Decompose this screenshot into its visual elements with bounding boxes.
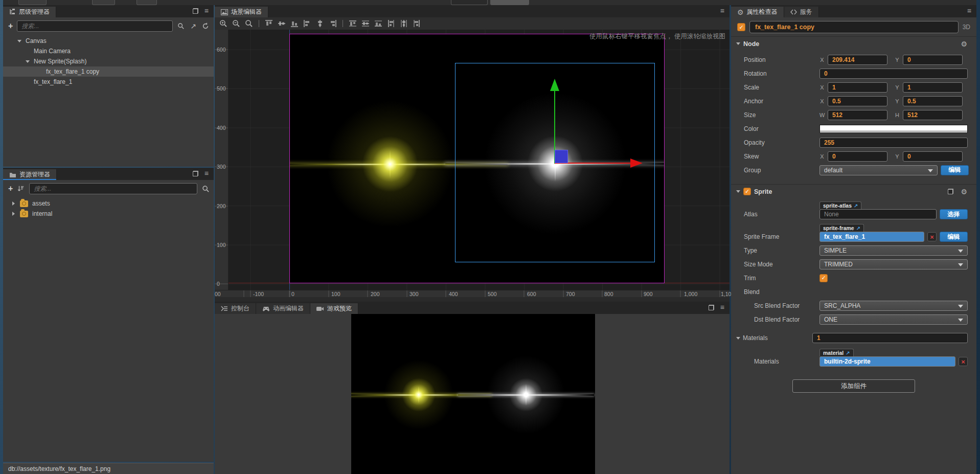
asset-folder-internal[interactable]: internal	[3, 209, 214, 219]
popout-icon[interactable]	[709, 305, 714, 310]
search-icon[interactable]	[177, 22, 185, 30]
zoom-reset-icon[interactable]	[244, 19, 254, 28]
align-center-icon[interactable]	[315, 19, 325, 28]
collapse-arrow-icon[interactable]	[736, 337, 740, 340]
toolbar-button-stub[interactable]	[136, 0, 157, 5]
size-mode-dropdown[interactable]: TRIMMED	[819, 259, 968, 269]
expand-arrow-icon[interactable]	[17, 40, 21, 42]
expand-arrow-icon[interactable]	[12, 201, 15, 206]
tree-node-main-camera[interactable]: Main Camera	[3, 46, 214, 56]
panel-menu-icon[interactable]: ≡	[720, 304, 724, 311]
position-x-input[interactable]	[828, 55, 887, 65]
scene-viewport[interactable]: 使用鼠标右键平移视窗焦点， 使用滚轮缩放视图	[215, 30, 730, 290]
trim-checkbox[interactable]: ✓	[819, 274, 828, 282]
tab-animation-editor[interactable]: 动画编辑器	[256, 303, 310, 314]
anchor-x-input[interactable]	[828, 96, 887, 106]
src-blend-dropdown[interactable]: SRC_ALPHA	[819, 301, 968, 311]
add-node-button[interactable]: +	[8, 22, 13, 30]
rotation-input[interactable]	[819, 69, 968, 79]
refresh-icon[interactable]	[201, 22, 210, 30]
game-preview-canvas[interactable]	[351, 314, 595, 474]
popout-icon[interactable]	[193, 171, 198, 176]
align-left-icon[interactable]	[303, 19, 312, 28]
node-active-checkbox[interactable]: ✓	[737, 23, 745, 31]
add-asset-button[interactable]: +	[8, 185, 13, 192]
position-y-input[interactable]	[903, 55, 963, 65]
atlas-ref-input[interactable]	[819, 209, 937, 219]
distribute-vcenter-icon[interactable]	[361, 19, 370, 28]
assets-search-input[interactable]	[29, 183, 197, 194]
external-link-icon[interactable]: ↗	[854, 203, 858, 209]
distribute-hcenter-icon[interactable]	[399, 19, 408, 28]
tab-scene-editor[interactable]: 场景编辑器	[215, 7, 268, 17]
toolbar-button-stub[interactable]	[18, 0, 47, 5]
gizmo-y-arrowhead[interactable]	[550, 79, 559, 91]
panel-menu-icon[interactable]: ≡	[204, 170, 209, 177]
distribute-left-icon[interactable]	[386, 19, 396, 28]
tree-node-new-sprite[interactable]: New Sprite(Splash)	[3, 56, 214, 66]
group-dropdown[interactable]: default	[819, 165, 938, 175]
clear-material-button[interactable]: ×	[959, 357, 968, 366]
type-dropdown[interactable]: SIMPLE	[819, 245, 968, 256]
collapse-arrow-icon[interactable]	[736, 42, 740, 45]
gizmo-x-arrowhead[interactable]	[630, 159, 643, 168]
align-middle-icon[interactable]	[277, 19, 286, 28]
toolbar-button-stub[interactable]	[451, 0, 488, 5]
tab-game-preview[interactable]: 游戏预览	[310, 303, 358, 314]
external-link-icon[interactable]: ↗	[856, 225, 860, 231]
distribute-bottom-icon[interactable]	[374, 19, 383, 28]
external-link-icon[interactable]: ↗	[846, 350, 850, 356]
panel-menu-icon[interactable]: ≡	[204, 7, 209, 14]
tree-node-fx-tex-flare-1[interactable]: fx_tex_flare_1	[3, 77, 214, 87]
sprite-frame-edit-button[interactable]: 编辑	[940, 232, 968, 242]
clear-sprite-frame-button[interactable]: ×	[927, 232, 937, 241]
tab-hierarchy[interactable]: 层级管理器	[3, 7, 56, 17]
node-section-header[interactable]: Node ⚙	[731, 36, 976, 51]
align-right-icon[interactable]	[328, 19, 337, 28]
panel-menu-icon[interactable]: ≡	[720, 7, 724, 14]
size-w-input[interactable]	[828, 110, 887, 120]
sprite-section-header[interactable]: ✓ Sprite ⚙	[731, 184, 976, 198]
tab-assets[interactable]: 资源管理器	[3, 169, 57, 180]
scale-x-input[interactable]	[828, 82, 887, 93]
copy-component-icon[interactable]	[948, 189, 953, 194]
materials-count-input[interactable]	[812, 333, 968, 343]
scale-y-input[interactable]	[903, 82, 963, 93]
align-bottom-icon[interactable]	[290, 19, 299, 28]
gear-icon[interactable]: ⚙	[961, 188, 967, 196]
size-h-input[interactable]	[903, 110, 963, 120]
toolbar-button-stub[interactable]	[490, 0, 529, 5]
toolbar-button-stub[interactable]	[92, 0, 115, 5]
color-swatch[interactable]	[819, 125, 968, 133]
popout-icon[interactable]	[193, 8, 198, 14]
gear-icon[interactable]: ⚙	[961, 40, 967, 48]
hierarchy-search-input[interactable]	[17, 20, 173, 32]
expand-icon[interactable]: ↗	[189, 22, 197, 30]
skew-y-input[interactable]	[903, 151, 963, 162]
asset-folder-assets[interactable]: assets	[3, 198, 214, 209]
sprite-enabled-checkbox[interactable]: ✓	[743, 188, 751, 195]
distribute-top-icon[interactable]	[348, 19, 357, 28]
skew-x-input[interactable]	[828, 151, 887, 162]
group-edit-button[interactable]: 编辑	[941, 165, 969, 175]
atlas-select-button[interactable]: 选择	[940, 209, 968, 219]
add-component-button[interactable]: 添加组件	[792, 379, 915, 393]
dst-blend-dropdown[interactable]: ONE	[819, 314, 968, 325]
expand-arrow-icon[interactable]	[26, 60, 30, 63]
zoom-in-icon[interactable]	[219, 19, 228, 28]
collapse-arrow-icon[interactable]	[736, 190, 740, 193]
sort-icon[interactable]	[17, 185, 25, 193]
align-top-icon[interactable]	[264, 19, 274, 28]
gizmo-xy-plane-handle[interactable]	[555, 150, 568, 163]
zoom-out-icon[interactable]	[232, 19, 241, 28]
tab-services[interactable]: 服务	[784, 7, 819, 17]
search-icon[interactable]	[201, 185, 210, 193]
tab-inspector[interactable]: ⚙ 属性检查器	[731, 7, 784, 17]
expand-arrow-icon[interactable]	[12, 212, 15, 216]
material-ref-input[interactable]	[819, 356, 955, 367]
tree-node-canvas[interactable]: Canvas	[3, 36, 214, 46]
tree-node-fx-tex-flare-1-copy[interactable]: fx_tex_flare_1 copy	[3, 66, 214, 77]
sprite-frame-ref-input[interactable]	[819, 232, 924, 242]
opacity-input[interactable]	[819, 138, 968, 148]
node-name-input[interactable]	[749, 21, 959, 33]
